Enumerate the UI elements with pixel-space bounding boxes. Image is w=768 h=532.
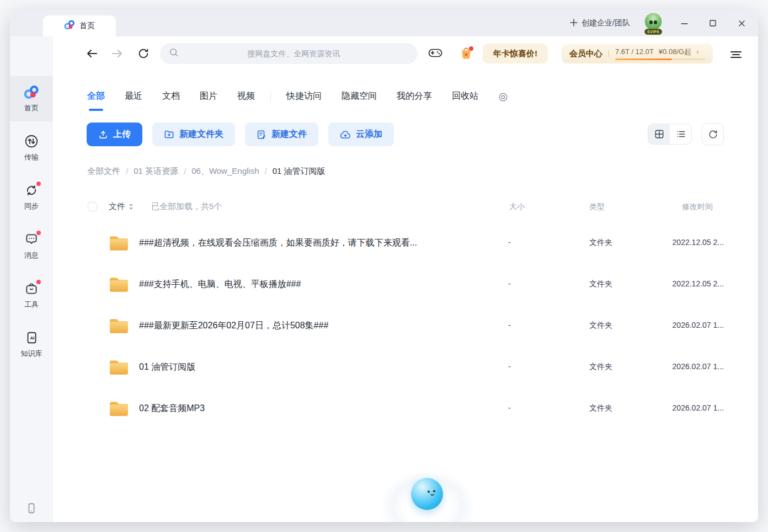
sidebar-label: 消息 bbox=[24, 251, 39, 260]
sidebar: 首页 传输 bbox=[10, 36, 53, 522]
svg-text:AI: AI bbox=[30, 336, 34, 341]
storage-progress-fill bbox=[615, 58, 672, 60]
new-folder-button[interactable]: 新建文件夹 bbox=[152, 123, 235, 146]
breadcrumb: 全部文件 / 01 英语资源 / 06、Wow_English / 01 油管订… bbox=[87, 166, 326, 177]
tab-videos[interactable]: 视频 bbox=[237, 91, 255, 103]
file-modified: 2026.02.07 1... bbox=[673, 362, 724, 371]
ai-assistant-orb[interactable] bbox=[382, 471, 473, 522]
select-all-checkbox[interactable] bbox=[88, 202, 97, 211]
modified-column-header: 修改时间 bbox=[682, 202, 713, 212]
refresh-icon bbox=[708, 129, 718, 140]
file-name: 02 配套音频MP3 bbox=[139, 403, 205, 414]
assistant-ball bbox=[411, 478, 443, 510]
member-center-button[interactable]: 会员中心 7.6T / 12.0T ¥0.08/G起 › bbox=[562, 44, 713, 63]
file-row[interactable]: 01 油管订阅版 - 文件夹 2026.02.07 1... bbox=[53, 347, 758, 389]
file-actions: 上传 新建文件夹 bbox=[87, 123, 394, 146]
folder-icon bbox=[109, 276, 129, 295]
mobile-app-button[interactable] bbox=[10, 502, 53, 514]
maximize-button[interactable] bbox=[705, 15, 721, 31]
view-mode-toggle bbox=[648, 124, 692, 145]
file-row[interactable]: ###超清视频，在线观看会压缩画质，如果要画质好，请下载下来观看... - 文件… bbox=[53, 223, 758, 264]
rewards-bag-icon[interactable] bbox=[458, 45, 474, 61]
notification-dot bbox=[36, 231, 41, 235]
file-name: ###支持手机、电脑、电视、平板播放### bbox=[139, 279, 301, 290]
file-type: 文件夹 bbox=[589, 238, 612, 248]
vip-badge: SVIP6 bbox=[644, 29, 662, 35]
create-team-button[interactable]: 创建企业/团队 bbox=[570, 18, 630, 28]
file-modified: 2026.02.07 1... bbox=[673, 321, 724, 329]
tab-recent[interactable]: 最近 bbox=[125, 91, 142, 103]
list-view-button[interactable] bbox=[670, 124, 691, 144]
phone-icon bbox=[25, 502, 38, 514]
reload-button[interactable] bbox=[136, 46, 151, 61]
file-row[interactable]: ###最新更新至2026年02月07日，总计508集### - 文件夹 2026… bbox=[53, 306, 758, 347]
file-modified: 2026.02.07 1... bbox=[673, 403, 724, 412]
new-file-label: 新建文件 bbox=[271, 129, 307, 140]
grid-view-icon bbox=[654, 129, 664, 139]
target-scope-icon[interactable] bbox=[498, 92, 508, 102]
tab-title: 首页 bbox=[79, 21, 95, 31]
create-team-label: 创建企业/团队 bbox=[582, 18, 630, 28]
breadcrumb-item[interactable]: 全部文件 bbox=[87, 166, 120, 177]
user-avatar[interactable]: SVIP6 bbox=[643, 12, 663, 35]
breadcrumb-separator: / bbox=[265, 167, 267, 176]
sidebar-item-transfer[interactable]: 传输 bbox=[10, 125, 53, 171]
sidebar-item-tools[interactable]: 工具 bbox=[10, 273, 53, 318]
file-list: ###超清视频，在线观看会压缩画质，如果要画质好，请下载下来观看... - 文件… bbox=[53, 223, 758, 430]
storage-meter: 7.6T / 12.0T ¥0.08/G起 › bbox=[615, 47, 705, 60]
new-file-icon bbox=[257, 130, 266, 140]
tab-all[interactable]: 全部 bbox=[87, 91, 105, 103]
file-row[interactable]: 02 配套音频MP3 - 文件夹 2026.02.07 1... bbox=[53, 389, 758, 430]
tab-my-shares[interactable]: 我的分享 bbox=[397, 91, 432, 103]
close-button[interactable] bbox=[734, 15, 749, 31]
app-window: 首页 创建企业/团队 SVIP6 bbox=[10, 10, 758, 522]
file-column-header[interactable]: 文件 bbox=[109, 201, 134, 212]
breadcrumb-item[interactable]: 06、Wow_English bbox=[191, 166, 259, 177]
sidebar-item-sync[interactable]: 同步 bbox=[10, 174, 53, 220]
sync-icon bbox=[24, 183, 39, 198]
file-type: 文件夹 bbox=[589, 362, 612, 372]
tab-hidden-space[interactable]: 隐藏空间 bbox=[342, 91, 377, 103]
minimize-button[interactable] bbox=[676, 15, 692, 31]
sidebar-nav: 首页 传输 bbox=[10, 76, 53, 371]
search-input[interactable] bbox=[179, 49, 409, 58]
sidebar-item-home[interactable]: 首页 bbox=[10, 76, 53, 121]
breadcrumb-separator: / bbox=[126, 167, 128, 176]
games-icon[interactable] bbox=[428, 46, 442, 60]
search-bar[interactable] bbox=[160, 43, 418, 64]
divider bbox=[609, 50, 609, 57]
tab-documents[interactable]: 文档 bbox=[162, 91, 180, 103]
file-modified: 2022.12.05 2... bbox=[673, 279, 724, 288]
tab-quick-access[interactable]: 快捷访问 bbox=[286, 91, 322, 103]
sidebar-item-messages[interactable]: 消息 bbox=[10, 224, 53, 269]
list-view-icon bbox=[676, 129, 686, 139]
refresh-list-button[interactable] bbox=[702, 123, 724, 145]
storage-progress-track bbox=[615, 58, 705, 60]
sidebar-item-knowledge[interactable]: AI 知识库 bbox=[10, 322, 53, 367]
forward-button[interactable] bbox=[110, 46, 124, 61]
sidebar-label: 工具 bbox=[24, 300, 39, 310]
sidebar-label: 同步 bbox=[24, 201, 39, 211]
plus-icon bbox=[570, 19, 578, 28]
storage-price-text: ¥0.08/G起 bbox=[659, 47, 691, 57]
tab-recycle-bin[interactable]: 回收站 bbox=[452, 91, 478, 103]
promo-price-button[interactable]: 年卡惊喜价! bbox=[483, 44, 548, 63]
cloud-add-button[interactable]: 云添加 bbox=[328, 123, 394, 146]
grid-view-button[interactable] bbox=[648, 124, 670, 144]
search-icon bbox=[169, 47, 179, 60]
home-tab[interactable]: 首页 bbox=[43, 15, 116, 36]
upload-button[interactable]: 上传 bbox=[87, 123, 142, 146]
back-button[interactable] bbox=[85, 46, 99, 61]
file-name: 01 油管订阅版 bbox=[139, 361, 195, 373]
new-file-button[interactable]: 新建文件 bbox=[245, 123, 318, 146]
tab-pictures[interactable]: 图片 bbox=[200, 91, 217, 103]
upload-label: 上传 bbox=[113, 129, 131, 140]
message-icon bbox=[24, 232, 39, 247]
promo-label: 年卡惊喜价! bbox=[493, 49, 537, 59]
more-menu-icon[interactable] bbox=[729, 47, 743, 62]
breadcrumb-item[interactable]: 01 英语资源 bbox=[134, 166, 178, 177]
folder-icon bbox=[109, 317, 129, 337]
file-row[interactable]: ###支持手机、电脑、电视、平板播放### - 文件夹 2022.12.05 2… bbox=[53, 264, 758, 306]
size-column-header: 大小 bbox=[509, 202, 525, 212]
sidebar-label: 首页 bbox=[24, 103, 39, 113]
